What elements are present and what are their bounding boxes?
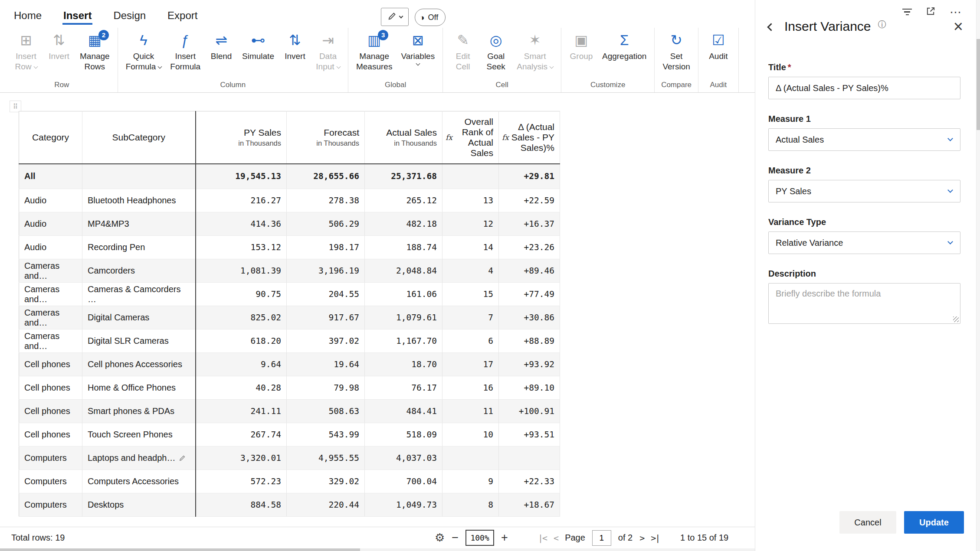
update-button[interactable]: Update bbox=[904, 511, 964, 534]
cell-forecast[interactable]: 508.63 bbox=[287, 400, 365, 423]
cell-category[interactable]: Cell phones bbox=[19, 423, 82, 447]
cell-subcategory[interactable]: Touch Screen Phones bbox=[82, 423, 196, 447]
cell-actual[interactable]: 482.18 bbox=[365, 212, 442, 236]
ribbon-button-simulate[interactable]: ⊷Simulate bbox=[238, 30, 278, 62]
ribbon-button-goal-seek[interactable]: ◎Goal Seek bbox=[480, 30, 512, 73]
settings-gear-icon[interactable]: ⚙ bbox=[435, 531, 445, 544]
cell-actual[interactable]: 265.12 bbox=[365, 189, 442, 212]
cell-py[interactable]: 9.64 bbox=[196, 353, 287, 376]
next-page-icon[interactable]: > bbox=[639, 533, 644, 543]
page-number-input[interactable] bbox=[592, 530, 611, 546]
ribbon-button-variables[interactable]: ⊠Variables bbox=[397, 30, 439, 67]
edit-dropdown-button[interactable] bbox=[381, 8, 409, 26]
cell-rank[interactable]: 13 bbox=[442, 189, 499, 212]
cell-delta[interactable]: +18.67 bbox=[499, 493, 560, 517]
cell-py[interactable]: 825.02 bbox=[196, 306, 287, 329]
cell-forecast[interactable]: 543.99 bbox=[287, 423, 365, 447]
cell-py[interactable]: 241.11 bbox=[196, 400, 287, 423]
cell-rank[interactable]: 8 bbox=[442, 493, 499, 517]
cell-actual[interactable]: 161.06 bbox=[365, 283, 442, 306]
cell-category[interactable]: Audio bbox=[19, 189, 82, 212]
cell-py[interactable]: 618.20 bbox=[196, 329, 287, 353]
measure2-dropdown[interactable]: PY Sales bbox=[768, 180, 960, 202]
off-toggle[interactable]: ◑ Off bbox=[415, 9, 446, 26]
cell-py[interactable]: 40.28 bbox=[196, 376, 287, 400]
cell-py[interactable]: 572.23 bbox=[196, 470, 287, 493]
vertical-scrollbar-thumb[interactable] bbox=[977, 39, 980, 130]
cell-subcategory[interactable]: Recording Pen bbox=[82, 236, 196, 259]
cell-subcategory[interactable]: MP4&MP3 bbox=[82, 212, 196, 236]
cell-py[interactable]: 1,081.39 bbox=[196, 259, 287, 283]
cell-actual[interactable]: 518.09 bbox=[365, 423, 442, 447]
cell-forecast[interactable]: 220.44 bbox=[287, 493, 365, 517]
cell-forecast[interactable]: 278.38 bbox=[287, 189, 365, 212]
zoom-level[interactable]: 100% bbox=[465, 530, 494, 546]
cell-delta[interactable] bbox=[499, 447, 560, 470]
cell-rank[interactable]: 16 bbox=[442, 376, 499, 400]
ribbon-button-quick-formula[interactable]: ϟQuick Formula bbox=[122, 30, 166, 73]
horizontal-scrollbar[interactable] bbox=[0, 548, 755, 551]
vertical-scrollbar[interactable] bbox=[976, 0, 980, 551]
cell-forecast[interactable]: 28,655.66 bbox=[287, 164, 365, 189]
cell-delta[interactable]: +23.26 bbox=[499, 236, 560, 259]
column-header-forecast[interactable]: Forecast in Thousands bbox=[287, 111, 365, 164]
cell-delta[interactable]: +30.86 bbox=[499, 306, 560, 329]
cell-subcategory[interactable]: Digital SLR Cameras bbox=[82, 329, 196, 353]
cell-subcategory[interactable]: Camcorders bbox=[82, 259, 196, 283]
cell-py[interactable]: 414.36 bbox=[196, 212, 287, 236]
column-header-category[interactable]: Category bbox=[19, 111, 82, 164]
cell-delta[interactable]: +89.46 bbox=[499, 259, 560, 283]
prev-page-icon[interactable]: < bbox=[554, 533, 558, 543]
cell-category[interactable]: Cell phones bbox=[19, 353, 82, 376]
cell-forecast[interactable]: 204.55 bbox=[287, 283, 365, 306]
cell-rank[interactable]: 7 bbox=[442, 306, 499, 329]
cell-category[interactable]: Computers bbox=[19, 447, 82, 470]
cell-rank[interactable]: 11 bbox=[442, 400, 499, 423]
zoom-in-button[interactable]: + bbox=[501, 532, 508, 544]
cell-forecast[interactable]: 79.98 bbox=[287, 376, 365, 400]
cell-category[interactable]: Computers bbox=[19, 470, 82, 493]
cell-rank[interactable] bbox=[442, 164, 499, 189]
info-icon[interactable]: ⓘ bbox=[878, 19, 886, 30]
cell-subcategory[interactable]: Cameras & Camcorders … bbox=[82, 283, 196, 306]
cell-actual[interactable]: 1,079.61 bbox=[365, 306, 442, 329]
cell-subcategory[interactable]: Digital Cameras bbox=[82, 306, 196, 329]
cell-forecast[interactable]: 3,196.19 bbox=[287, 259, 365, 283]
tab-home[interactable]: Home bbox=[13, 10, 43, 28]
cell-category[interactable]: All bbox=[19, 164, 82, 189]
cell-py[interactable]: 884.58 bbox=[196, 493, 287, 517]
first-page-icon[interactable]: |< bbox=[538, 533, 547, 543]
column-header-rank[interactable]: fx Overall Rank of Actual Sales bbox=[442, 111, 499, 164]
cell-actual[interactable]: 484.41 bbox=[365, 400, 442, 423]
ribbon-button-manage-measures[interactable]: ▥3Manage Measures bbox=[352, 30, 396, 73]
column-header-variance[interactable]: fx Δ (Actual Sales - PY Sales)% bbox=[499, 111, 560, 164]
cell-py[interactable]: 3,320.01 bbox=[196, 447, 287, 470]
cell-delta[interactable]: +93.92 bbox=[499, 353, 560, 376]
cell-category[interactable]: Cameras and… bbox=[19, 259, 82, 283]
popout-icon[interactable] bbox=[926, 6, 936, 18]
cell-actual[interactable]: 700.04 bbox=[365, 470, 442, 493]
column-header-subcategory[interactable]: SubCategory bbox=[82, 111, 196, 164]
cell-forecast[interactable]: 4,955.55 bbox=[287, 447, 365, 470]
cell-delta[interactable]: +22.59 bbox=[499, 189, 560, 212]
cell-subcategory[interactable]: Smart phones & PDAs bbox=[82, 400, 196, 423]
cell-delta[interactable]: +77.49 bbox=[499, 283, 560, 306]
cell-actual[interactable]: 25,371.68 bbox=[365, 164, 442, 189]
cell-actual[interactable]: 2,048.84 bbox=[365, 259, 442, 283]
cell-py[interactable]: 90.75 bbox=[196, 283, 287, 306]
cell-subcategory[interactable]: Computers Accessories bbox=[82, 470, 196, 493]
cell-subcategory[interactable]: Laptops and headph… bbox=[82, 447, 196, 470]
cell-actual[interactable]: 76.17 bbox=[365, 376, 442, 400]
ribbon-button-blend[interactable]: ⇌Blend bbox=[205, 30, 237, 62]
ribbon-button-audit[interactable]: ☑Audit bbox=[702, 30, 734, 62]
cell-actual[interactable]: 1,167.70 bbox=[365, 329, 442, 353]
cell-rank[interactable]: 12 bbox=[442, 212, 499, 236]
cell-subcategory[interactable]: Bluetooth Headphones bbox=[82, 189, 196, 212]
filter-icon[interactable] bbox=[902, 9, 912, 16]
ribbon-button-insert-formula[interactable]: ƒInsert Formula bbox=[166, 30, 204, 73]
cell-forecast[interactable]: 917.67 bbox=[287, 306, 365, 329]
cell-rank[interactable]: 14 bbox=[442, 236, 499, 259]
cell-py[interactable]: 19,545.13 bbox=[196, 164, 287, 189]
cell-category[interactable]: Audio bbox=[19, 236, 82, 259]
title-input[interactable] bbox=[768, 77, 960, 99]
